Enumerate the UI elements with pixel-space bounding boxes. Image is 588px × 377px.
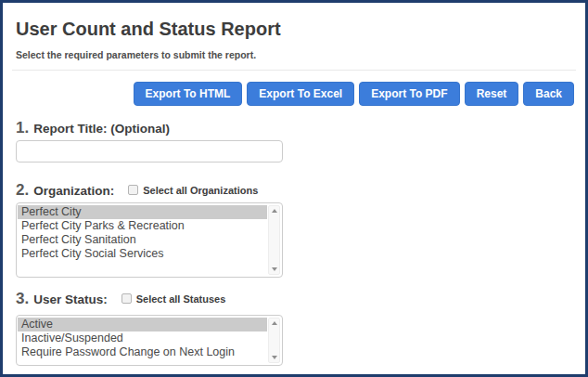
report-title-label: Report Title: (Optional) [33,122,170,136]
back-button[interactable]: Back [523,82,574,106]
select-all-organizations-label: Select all Organizations [143,185,258,196]
listbox-option[interactable]: Require Password Change on Next Login [18,345,267,359]
listbox-option[interactable]: Perfect City Sanitation [18,233,267,247]
header-divider [12,70,576,71]
user-status-listbox[interactable]: Active Inactive/Suspended Require Passwo… [16,315,283,366]
reset-button[interactable]: Reset [465,82,519,106]
listbox-option[interactable]: Perfect City Social Services [18,247,267,261]
export-excel-button[interactable]: Export To Excel [247,82,354,106]
section-user-status: 3. User Status: Select all Statuses Acti… [16,290,574,366]
listbox-option[interactable]: Active [18,318,267,332]
user-status-scrollbar[interactable] [268,318,280,363]
report-panel: User Count and Status Report Select the … [0,0,588,377]
organization-scrollbar[interactable] [268,205,280,275]
export-toolbar: Export To HTML Export To Excel Export To… [16,82,574,106]
report-title-input[interactable] [16,140,283,162]
select-all-statuses-label: Select all Statuses [136,293,226,305]
scroll-up-arrow-icon[interactable] [272,209,277,213]
user-status-label: User Status: [33,292,108,306]
select-all-organizations-checkbox[interactable] [128,185,138,195]
page-subtitle: Select the required parameters to submit… [16,49,574,61]
scroll-up-arrow-icon[interactable] [272,321,277,325]
listbox-option[interactable]: Perfect City [18,205,267,219]
listbox-option[interactable]: Perfect City Parks & Recreation [18,219,267,233]
section-organization: 2. Organization: Select all Organization… [16,181,574,278]
section-number-3: 3. [16,290,29,308]
user-status-header: 3. User Status: Select all Statuses [16,290,574,308]
report-title-header: 1. Report Title: (Optional) [16,119,574,137]
section-number-2: 2. [16,181,29,200]
organization-options: Perfect City Perfect City Parks & Recrea… [18,205,267,275]
page-title: User Count and Status Report [16,17,574,41]
export-html-button[interactable]: Export To HTML [134,82,243,106]
select-all-statuses: Select all Statuses [121,293,226,305]
select-all-organizations: Select all Organizations [128,185,258,196]
section-number-1: 1. [16,119,29,137]
scroll-down-arrow-icon[interactable] [272,356,277,359]
scroll-down-arrow-icon[interactable] [272,267,277,271]
export-pdf-button[interactable]: Export To PDF [359,82,459,106]
select-all-statuses-checkbox[interactable] [121,293,132,304]
organization-label: Organization: [33,184,114,198]
organization-listbox[interactable]: Perfect City Perfect City Parks & Recrea… [16,202,283,278]
organization-header: 2. Organization: Select all Organization… [16,181,574,200]
listbox-option[interactable]: Inactive/Suspended [18,332,267,345]
user-status-options: Active Inactive/Suspended Require Passwo… [18,318,267,363]
section-report-title: 1. Report Title: (Optional) [16,119,574,162]
